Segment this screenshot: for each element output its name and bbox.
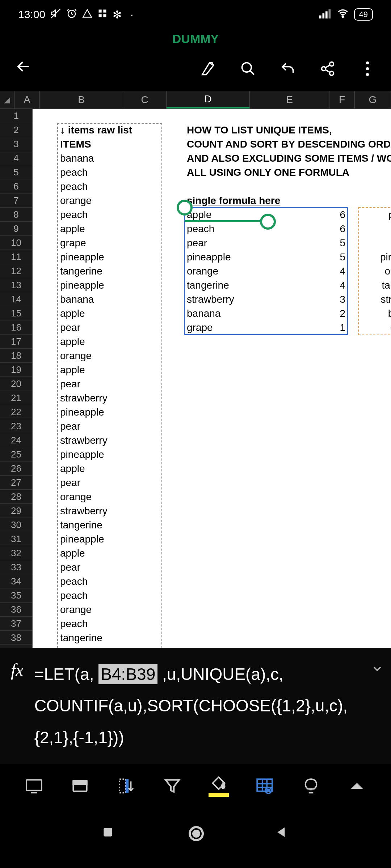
- row-header[interactable]: 39: [0, 645, 32, 648]
- formula-bar[interactable]: fx =LET(a, B4:B39 ,u,UNIQUE(a),c, COUNTI…: [0, 648, 391, 764]
- clock: 13:00: [18, 8, 45, 21]
- card-icon[interactable]: [69, 775, 91, 797]
- cell[interactable]: ALL USING ONLY ONE FORMULA: [187, 167, 391, 178]
- row-header[interactable]: 3: [0, 137, 32, 151]
- sheet[interactable]: ↓ items raw listITEMSbananapeachpeachora…: [33, 109, 391, 648]
- select-all-corner[interactable]: ◢: [0, 91, 14, 109]
- row-header[interactable]: 9: [0, 222, 32, 236]
- svg-rect-9: [328, 9, 331, 18]
- formula-range-highlight[interactable]: B4:B39: [98, 664, 157, 684]
- row-header[interactable]: 17: [0, 335, 32, 349]
- row-header[interactable]: 11: [0, 250, 32, 264]
- row-header[interactable]: 21: [0, 391, 32, 405]
- row-header[interactable]: 29: [0, 504, 32, 518]
- col-header-B[interactable]: B: [40, 91, 123, 109]
- cell[interactable]: single formula here: [187, 195, 332, 207]
- row-header[interactable]: 23: [0, 419, 32, 433]
- screen-icon[interactable]: [23, 775, 45, 797]
- row-header[interactable]: 7: [0, 193, 32, 208]
- back-button[interactable]: [14, 58, 33, 80]
- svg-point-22: [268, 790, 270, 792]
- edit-icon[interactable]: [199, 60, 217, 78]
- cell[interactable]: AND ALSO EXCLUDING SOME ITEMS / WO: [187, 153, 391, 164]
- row-header[interactable]: 8: [0, 208, 32, 222]
- row-header[interactable]: 25: [0, 447, 32, 461]
- row-header[interactable]: 4: [0, 151, 32, 165]
- document-title: DUMMY: [0, 29, 391, 53]
- grid-icon: [97, 8, 108, 21]
- filter-icon[interactable]: [161, 775, 183, 797]
- row-header[interactable]: 28: [0, 490, 32, 504]
- nav-back[interactable]: [274, 825, 291, 841]
- battery-level: 49: [354, 8, 373, 21]
- collapse-up-icon[interactable]: [346, 775, 368, 797]
- bottom-toolbar: [0, 764, 391, 808]
- row-header[interactable]: 37: [0, 617, 32, 631]
- snow-icon: ✻: [113, 8, 122, 21]
- svg-rect-8: [325, 11, 328, 18]
- row-header[interactable]: 26: [0, 461, 32, 476]
- alarm-icon: [66, 8, 77, 21]
- fill-color-icon[interactable]: [208, 775, 230, 797]
- row-header[interactable]: 34: [0, 574, 32, 588]
- row-header[interactable]: 33: [0, 560, 32, 574]
- row-header[interactable]: 31: [0, 532, 32, 546]
- row-header[interactable]: 14: [0, 292, 32, 306]
- formula-text[interactable]: =LET(a, B4:B39 ,u,UNIQUE(a),c, COUNTIF(a…: [34, 659, 360, 753]
- nav-home[interactable]: [188, 825, 204, 841]
- sort-icon[interactable]: [115, 775, 137, 797]
- row-header[interactable]: 2: [0, 123, 32, 137]
- wifi-icon: [337, 8, 349, 21]
- row-header[interactable]: 27: [0, 476, 32, 490]
- col-header-D[interactable]: D: [167, 91, 250, 109]
- undo-icon[interactable]: [279, 60, 297, 78]
- row-header[interactable]: 6: [0, 179, 32, 193]
- col-header-G[interactable]: G: [355, 91, 391, 109]
- status-bar: 13:00 ✻ · 49: [0, 0, 391, 29]
- row-header[interactable]: 13: [0, 278, 32, 292]
- row-header[interactable]: 18: [0, 349, 32, 363]
- row-header[interactable]: 1: [0, 109, 32, 123]
- svg-rect-23: [104, 828, 112, 836]
- more-menu-icon[interactable]: [358, 60, 377, 78]
- mute-icon: [50, 8, 61, 21]
- share-icon[interactable]: [319, 60, 337, 78]
- col-header-C[interactable]: C: [123, 91, 167, 109]
- row-header[interactable]: 32: [0, 546, 32, 560]
- row-header[interactable]: 36: [0, 603, 32, 617]
- svg-point-25: [193, 831, 199, 837]
- row-header[interactable]: 5: [0, 165, 32, 179]
- row-header[interactable]: 22: [0, 405, 32, 419]
- svg-point-13: [322, 67, 326, 71]
- svg-point-11: [242, 63, 252, 72]
- col-header-F[interactable]: F: [329, 91, 355, 109]
- row-header[interactable]: 20: [0, 377, 32, 391]
- svg-rect-3: [103, 9, 106, 12]
- row-header[interactable]: 10: [0, 236, 32, 250]
- row-header[interactable]: 38: [0, 631, 32, 645]
- cell[interactable]: COUNT AND SORT BY DESCENDING ORDE: [187, 139, 391, 150]
- row-header[interactable]: 30: [0, 518, 32, 532]
- row-header[interactable]: 35: [0, 588, 32, 603]
- camera-grid-icon[interactable]: [254, 775, 276, 797]
- svg-rect-5: [103, 14, 106, 17]
- search-icon[interactable]: [239, 60, 257, 78]
- row-header[interactable]: 12: [0, 264, 32, 278]
- cell[interactable]: HOW TO LIST UNIQUE ITEMS,: [187, 124, 391, 136]
- grid-area[interactable]: 1234567891011121314151617181920212223242…: [0, 109, 391, 648]
- row-header[interactable]: 16: [0, 320, 32, 335]
- row-header[interactable]: 19: [0, 363, 32, 377]
- nav-recent[interactable]: [101, 825, 117, 841]
- range-outline-b: [57, 123, 162, 648]
- col-header-A[interactable]: A: [14, 91, 40, 109]
- col-header-E[interactable]: E: [250, 91, 329, 109]
- row-header[interactable]: 24: [0, 433, 32, 447]
- selection-handle[interactable]: [260, 214, 276, 230]
- android-nav-bar: [0, 808, 391, 858]
- svg-point-12: [330, 62, 334, 66]
- active-cell-underline: [185, 220, 268, 222]
- bulb-icon[interactable]: [300, 775, 322, 797]
- expand-formula-icon[interactable]: [371, 659, 384, 678]
- selection-handle[interactable]: [177, 200, 193, 216]
- row-header[interactable]: 15: [0, 306, 32, 320]
